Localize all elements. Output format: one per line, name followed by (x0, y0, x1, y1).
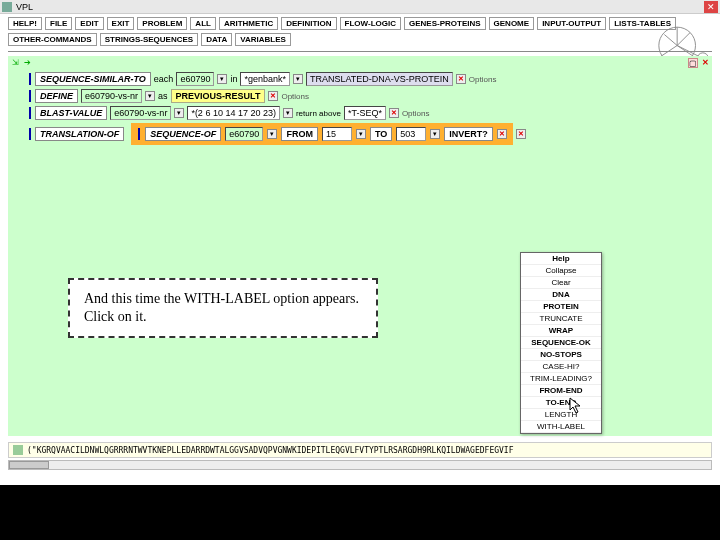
help-button[interactable]: HELP! (8, 17, 42, 30)
svg-line-5 (677, 46, 694, 57)
svg-line-4 (661, 46, 678, 57)
handle-icon[interactable] (29, 90, 31, 102)
toolbar-row-1: HELP! FILE EDIT EXIT PROBLEM ALL ARITHME… (0, 14, 720, 33)
menu-item-with-label[interactable]: WITH-LABEL (521, 421, 601, 433)
field-menu-icon[interactable]: ▾ (293, 74, 303, 84)
handle-icon[interactable] (138, 128, 140, 140)
menu-item-help[interactable]: Help (521, 253, 601, 265)
file-button[interactable]: FILE (45, 17, 72, 30)
handle-icon[interactable] (29, 107, 31, 119)
row-delete-icon[interactable]: ✕ (268, 91, 278, 101)
output-area: ("KGRQVAACILDNWLQGRRRNTWVTKNEPLLEDARRDWT… (8, 442, 712, 458)
result-field[interactable]: TRANSLATED-DNA-VS-PROTEIN (306, 72, 453, 86)
invert-label: INVERT? (444, 127, 493, 141)
close-window-button[interactable]: ✕ (704, 1, 718, 13)
workspace-clear-icon[interactable]: ▢ (688, 58, 698, 68)
menu-item-truncate[interactable]: TRUNCATE (521, 313, 601, 325)
options-label[interactable]: Options (281, 92, 309, 101)
sequence-similar-row: SEQUENCE-SIMILAR-TO each e60790 ▾ in *ge… (28, 72, 706, 86)
all-button[interactable]: ALL (190, 17, 216, 30)
each-label: each (154, 74, 174, 84)
scrollbar-thumb[interactable] (9, 461, 49, 469)
menu-item-length[interactable]: LENGTH (521, 409, 601, 421)
menu-item-collapse[interactable]: Collapse (521, 265, 601, 277)
output-text: ("KGRQVAACILDNWLQGRRRNTWVTKNEPLLEDARRDWT… (27, 446, 513, 455)
variables-button[interactable]: VARIABLES (235, 33, 291, 46)
blast-value-row: BLAST-VALUE e60790-vs-nr ▾ *(2 6 10 14 1… (28, 106, 706, 120)
output-icon (13, 445, 23, 455)
tseq-field[interactable]: *T-SEQ* (344, 106, 386, 120)
input-output-button[interactable]: INPUT-OUTPUT (537, 17, 606, 30)
exit-button[interactable]: EXIT (107, 17, 135, 30)
from-label: FROM (281, 127, 318, 141)
menu-item-no-stops[interactable]: NO-STOPS (521, 349, 601, 361)
field-menu-icon[interactable]: ▾ (430, 129, 440, 139)
seqof-val-field[interactable]: e60790 (225, 127, 263, 141)
menu-item-sequence-ok[interactable]: SEQUENCE-OK (521, 337, 601, 349)
strings-sequences-button[interactable]: STRINGS-SEQUENCES (100, 33, 198, 46)
workspace: ⇲ ➔ ▢ ✕ SEQUENCE-SIMILAR-TO each e60790 … (8, 56, 712, 436)
workspace-close-icon[interactable]: ✕ (700, 58, 710, 68)
flow-logic-button[interactable]: FLOW-LOGIC (340, 17, 401, 30)
sequence-of-keyword[interactable]: SEQUENCE-OF (145, 127, 221, 141)
field-menu-icon[interactable]: ▾ (283, 108, 293, 118)
menu-item-dna[interactable]: DNA (521, 289, 601, 301)
inner-delete-icon[interactable]: ✕ (497, 129, 507, 139)
field-menu-icon[interactable]: ▾ (356, 129, 366, 139)
row-delete-icon[interactable]: ✕ (516, 129, 526, 139)
genome-button[interactable]: GENOME (489, 17, 535, 30)
app-icon (2, 2, 12, 12)
menu-item-clear[interactable]: Clear (521, 277, 601, 289)
svg-line-7 (677, 33, 690, 46)
previous-result-button[interactable]: PREVIOUS-RESULT (171, 89, 266, 103)
blast-value-keyword[interactable]: BLAST-VALUE (35, 106, 107, 120)
genes-proteins-button[interactable]: GENES-PROTEINS (404, 17, 486, 30)
blast-expr-field[interactable]: *(2 6 10 14 17 20 23) (187, 106, 280, 120)
define-var-field[interactable]: e60790-vs-nr (81, 89, 142, 103)
data-button[interactable]: DATA (201, 33, 232, 46)
define-row: DEFINE e60790-vs-nr ▾ as PREVIOUS-RESULT… (28, 89, 706, 103)
workspace-arrow-icon[interactable]: ➔ (22, 58, 32, 68)
options-label[interactable]: Options (402, 109, 430, 118)
toolbar-row-2: OTHER-COMMANDS STRINGS-SEQUENCES DATA VA… (0, 33, 720, 49)
definition-button[interactable]: DEFINITION (281, 17, 336, 30)
arithmetic-button[interactable]: ARITHMETIC (219, 17, 278, 30)
menu-item-protein[interactable]: PROTEIN (521, 301, 601, 313)
field-menu-icon[interactable]: ▾ (145, 91, 155, 101)
menu-item-to-end[interactable]: TO-END (521, 397, 601, 409)
other-commands-button[interactable]: OTHER-COMMANDS (8, 33, 97, 46)
in-label: in (230, 74, 237, 84)
translation-of-keyword[interactable]: TRANSLATION-OF (35, 127, 124, 141)
menu-item-case[interactable]: CASE-HI? (521, 361, 601, 373)
row-delete-icon[interactable]: ✕ (389, 108, 399, 118)
field-menu-icon[interactable]: ▾ (174, 108, 184, 118)
seq-value-field[interactable]: e60790 (176, 72, 214, 86)
horizontal-scrollbar[interactable] (8, 460, 712, 470)
options-label[interactable]: Options (469, 75, 497, 84)
handle-icon[interactable] (29, 128, 31, 140)
options-context-menu: Help Collapse Clear DNA PROTEIN TRUNCATE… (520, 252, 602, 434)
divider (8, 51, 712, 52)
field-menu-icon[interactable]: ▾ (267, 129, 277, 139)
sequence-similar-keyword[interactable]: SEQUENCE-SIMILAR-TO (35, 72, 151, 86)
edit-button[interactable]: EDIT (75, 17, 103, 30)
window-titlebar: VPL ✕ (0, 0, 720, 14)
define-keyword[interactable]: DEFINE (35, 89, 78, 103)
return-above-label: return above (296, 109, 341, 118)
blast-var-field[interactable]: e60790-vs-nr (110, 106, 171, 120)
db-field[interactable]: *genbank* (240, 72, 290, 86)
translation-of-row: TRANSLATION-OF SEQUENCE-OF e60790 ▾ FROM… (28, 123, 706, 145)
menu-item-wrap[interactable]: WRAP (521, 325, 601, 337)
row-delete-icon[interactable]: ✕ (456, 74, 466, 84)
menu-item-from-end[interactable]: FROM-END (521, 385, 601, 397)
from-field[interactable]: 15 (322, 127, 352, 141)
field-menu-icon[interactable]: ▾ (217, 74, 227, 84)
menu-item-trim-leading[interactable]: TRIM-LEADING? (521, 373, 601, 385)
problem-button[interactable]: PROBLEM (137, 17, 187, 30)
sequence-of-box: SEQUENCE-OF e60790 ▾ FROM 15 ▾ TO 503 ▾ … (131, 123, 512, 145)
handle-icon[interactable] (29, 73, 31, 85)
window-title: VPL (16, 2, 33, 12)
to-field[interactable]: 503 (396, 127, 426, 141)
workspace-expand-icon[interactable]: ⇲ (10, 58, 20, 68)
svg-line-6 (664, 35, 677, 46)
